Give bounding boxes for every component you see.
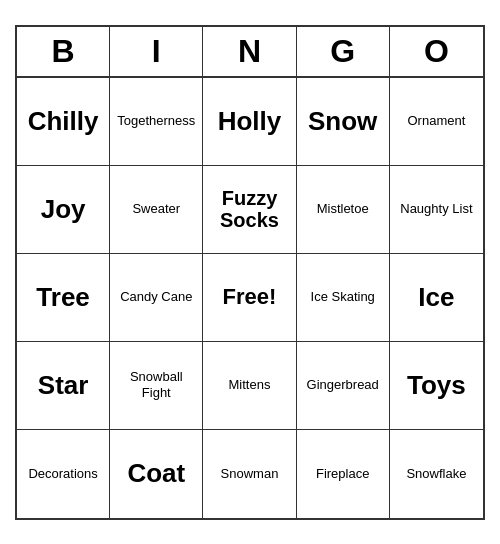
bingo-cell-4[interactable]: Ornament [390, 78, 483, 166]
header-letter-B: B [17, 27, 110, 76]
bingo-cell-22[interactable]: Snowman [203, 430, 296, 518]
cell-text-0: Chilly [28, 107, 99, 136]
bingo-cell-24[interactable]: Snowflake [390, 430, 483, 518]
bingo-cell-2[interactable]: Holly [203, 78, 296, 166]
bingo-cell-1[interactable]: Togetherness [110, 78, 203, 166]
cell-text-18: Gingerbread [307, 377, 379, 393]
cell-text-5: Joy [41, 195, 86, 224]
bingo-cell-23[interactable]: Fireplace [297, 430, 390, 518]
bingo-cell-14[interactable]: Ice [390, 254, 483, 342]
cell-text-24: Snowflake [406, 466, 466, 482]
cell-text-16: Snowball Fight [114, 369, 198, 400]
cell-text-12: Free! [223, 284, 277, 310]
cell-text-13: Ice Skating [311, 289, 375, 305]
header-letter-G: G [297, 27, 390, 76]
bingo-cell-21[interactable]: Coat [110, 430, 203, 518]
bingo-grid: ChillyTogethernessHollySnowOrnamentJoySw… [17, 78, 483, 518]
bingo-cell-10[interactable]: Tree [17, 254, 110, 342]
bingo-cell-11[interactable]: Candy Cane [110, 254, 203, 342]
header-letter-O: O [390, 27, 483, 76]
bingo-cell-8[interactable]: Mistletoe [297, 166, 390, 254]
cell-text-6: Sweater [132, 201, 180, 217]
bingo-cell-3[interactable]: Snow [297, 78, 390, 166]
cell-text-20: Decorations [28, 466, 97, 482]
bingo-cell-15[interactable]: Star [17, 342, 110, 430]
cell-text-4: Ornament [407, 113, 465, 129]
bingo-cell-16[interactable]: Snowball Fight [110, 342, 203, 430]
cell-text-14: Ice [418, 283, 454, 312]
cell-text-11: Candy Cane [120, 289, 192, 305]
cell-text-1: Togetherness [117, 113, 195, 129]
bingo-card: BINGO ChillyTogethernessHollySnowOrnamen… [15, 25, 485, 520]
bingo-header: BINGO [17, 27, 483, 78]
cell-text-8: Mistletoe [317, 201, 369, 217]
cell-text-2: Holly [218, 107, 282, 136]
bingo-cell-13[interactable]: Ice Skating [297, 254, 390, 342]
cell-text-10: Tree [36, 283, 90, 312]
bingo-cell-7[interactable]: Fuzzy Socks [203, 166, 296, 254]
bingo-cell-18[interactable]: Gingerbread [297, 342, 390, 430]
bingo-cell-6[interactable]: Sweater [110, 166, 203, 254]
bingo-cell-19[interactable]: Toys [390, 342, 483, 430]
cell-text-15: Star [38, 371, 89, 400]
cell-text-3: Snow [308, 107, 377, 136]
cell-text-22: Snowman [221, 466, 279, 482]
bingo-cell-20[interactable]: Decorations [17, 430, 110, 518]
cell-text-19: Toys [407, 371, 466, 400]
cell-text-7: Fuzzy Socks [207, 187, 291, 231]
bingo-cell-9[interactable]: Naughty List [390, 166, 483, 254]
cell-text-9: Naughty List [400, 201, 472, 217]
cell-text-17: Mittens [229, 377, 271, 393]
bingo-cell-0[interactable]: Chilly [17, 78, 110, 166]
header-letter-I: I [110, 27, 203, 76]
header-letter-N: N [203, 27, 296, 76]
bingo-cell-5[interactable]: Joy [17, 166, 110, 254]
bingo-cell-17[interactable]: Mittens [203, 342, 296, 430]
bingo-cell-12[interactable]: Free! [203, 254, 296, 342]
cell-text-23: Fireplace [316, 466, 369, 482]
cell-text-21: Coat [127, 459, 185, 488]
